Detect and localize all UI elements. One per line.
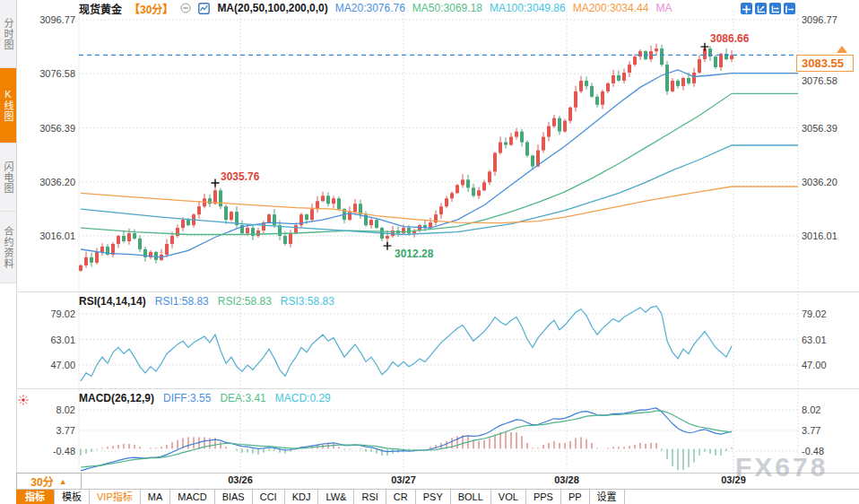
rsi-y-label-left: 79.02 [25, 308, 75, 319]
ma20-value: MA20:3076.76 [335, 2, 405, 14]
date-label: 03/28 [547, 474, 586, 485]
ma-extra-label: MA [655, 2, 672, 14]
toolbar-btn-ma[interactable]: MA [141, 490, 171, 504]
rsi-y-label-right: 47.00 [802, 360, 855, 370]
price-up-arrow [837, 46, 847, 53]
rsi2-value: RSI2:58.83 [218, 295, 272, 308]
sidebar-tab-timeline[interactable]: 分时图 [0, 0, 16, 68]
dropdown-arrow-icon: ▲ [59, 477, 67, 486]
indicator-toolbar: 指标 模板 VIP指标 MA MACD BIAS CCI KDJ LW& RSI… [16, 489, 859, 504]
toolbar-btn-psy[interactable]: PSY [416, 490, 451, 504]
toolbar-btn-lw[interactable]: LW& [318, 490, 354, 504]
y-label-right: 3016.01 [802, 230, 855, 241]
y-label-left: 3056.39 [25, 123, 75, 134]
toolbar-btn-vip-indicator[interactable]: VIP指标 [90, 490, 141, 504]
rsi-y-label-right: 63.01 [802, 335, 855, 345]
y-label-left: 3036.20 [25, 177, 75, 187]
fx678-watermark: FX678 [735, 452, 828, 482]
toolbar-btn-template[interactable]: 模板 [55, 490, 90, 504]
toolbar-btn-pps[interactable]: PPS [526, 490, 561, 504]
macd-y-label-left: 8.02 [25, 404, 75, 415]
ma-settings-label: MA(20,50,100,200,0,0) [217, 2, 327, 14]
sidebar-tab-flash[interactable]: 闪电图 [0, 143, 16, 212]
rsi-y-label-left: 47.00 [25, 360, 75, 370]
macd-value: MACD:0.29 [275, 392, 331, 404]
date-label: 03/26 [221, 474, 260, 485]
trading-app-window: 分时图 K线图 闪电图 合约资料 现货黄金 【30分】 MA(20,50,100… [0, 0, 859, 504]
window-tools [741, 3, 795, 14]
current-price-tag: 3083.55 [796, 55, 854, 72]
y-label-right: 3076.58 [802, 75, 855, 86]
rsi-header: RSI(14,14,14) RSI1:58.83 RSI2:58.83 RSI3… [79, 295, 334, 308]
toolbar-btn-indicator[interactable]: 指标 [16, 490, 55, 504]
y-label-right: 3056.39 [802, 123, 855, 134]
toolbar-btn-cci[interactable]: CCI [253, 490, 285, 504]
ma100-value: MA100:3049.86 [490, 2, 566, 14]
macd-y-label-left: 3.77 [25, 425, 75, 436]
high-annotation: 3035.76 [221, 170, 259, 183]
ma50-value: MA50:3069.18 [412, 2, 482, 14]
rsi-y-label-left: 63.01 [25, 335, 75, 345]
toolbar-btn-kdj[interactable]: KDJ [285, 490, 319, 504]
y-label-right: 3036.20 [802, 177, 855, 187]
toolbar-btn-rsi[interactable]: RSI [354, 490, 386, 504]
axis-scale-right-icon[interactable] [769, 3, 781, 14]
rsi-y-label-right: 79.02 [802, 308, 855, 319]
dea-value: DEA:3.41 [220, 392, 265, 404]
sidebar-tab-kline[interactable]: K线图 [0, 68, 16, 143]
crosshair-icon[interactable] [741, 3, 752, 14]
rsi-settings-label: RSI(14,14,14) [79, 295, 146, 308]
y-label-left: 3016.01 [25, 230, 75, 241]
macd-y-label-left: -0.48 [25, 446, 75, 456]
period-label: 【30分】 [129, 1, 173, 16]
macd-y-label-right: 8.02 [802, 404, 855, 415]
panel-separator [16, 291, 859, 292]
date-label: 03/27 [384, 474, 423, 485]
collapse-icon[interactable] [180, 3, 191, 13]
toolbar-btn-macd[interactable]: MACD [170, 490, 214, 504]
toolbar-btn-pp[interactable]: PP [561, 490, 590, 504]
y-label-left: 3096.77 [25, 14, 75, 25]
left-sidebar: 分时图 K线图 闪电图 合约资料 [0, 0, 17, 504]
y-label-right: 3096.77 [802, 14, 855, 25]
rsi1-value: RSI1:58.83 [155, 295, 209, 308]
panel-separator [16, 388, 859, 389]
low-annotation: 3012.28 [395, 248, 433, 260]
macd-header: MACD(26,12,9) DIFF:3.55 DEA:3.41 MACD:0.… [79, 392, 331, 404]
toolbar-btn-settings[interactable]: 设置 [590, 490, 625, 504]
sidebar-tab-contract-info[interactable]: 合约资料 [0, 212, 16, 283]
y-label-left: 3076.58 [25, 68, 75, 79]
hot-indicator-icon [18, 393, 29, 409]
toolbar-filler [625, 490, 859, 504]
axis-scale-up-icon[interactable] [755, 3, 767, 14]
toolbar-btn-bias[interactable]: BIAS [215, 490, 253, 504]
macd-y-label-right: 3.77 [802, 425, 855, 436]
rsi3-value: RSI3:58.83 [281, 295, 334, 308]
ma200-value: MA200:3034.44 [573, 2, 649, 14]
diff-value: DIFF:3.55 [163, 392, 211, 404]
chart-header: 现货黄金 【30分】 MA(20,50,100,200,0,0) MA20:30… [79, 1, 672, 15]
instrument-title: 现货黄金 [79, 1, 122, 16]
chart-type-icon[interactable] [198, 3, 210, 14]
period-selector[interactable]: 30分 ▲ [16, 473, 82, 490]
toolbar-btn-boll[interactable]: BOLL [451, 490, 491, 504]
peak-annotation: 3086.66 [710, 32, 749, 45]
toolbar-btn-cr[interactable]: CR [386, 490, 416, 504]
toolbar-btn-vol[interactable]: VOL [491, 490, 526, 504]
pan-right-icon[interactable] [784, 3, 795, 14]
macd-settings-label: MACD(26,12,9) [79, 392, 154, 404]
period-value: 30分 [30, 474, 53, 489]
